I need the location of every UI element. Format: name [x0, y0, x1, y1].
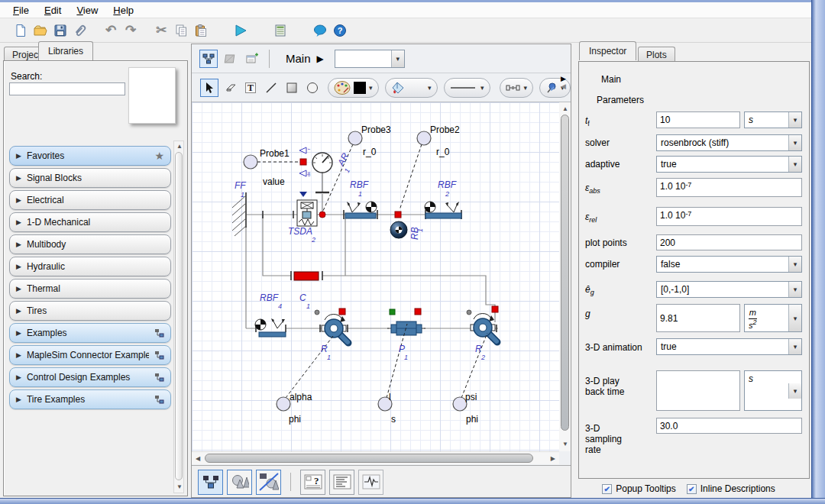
comment-button[interactable] — [310, 21, 330, 40]
tab-inspector[interactable]: Inspector — [579, 41, 636, 60]
copy-button[interactable] — [171, 21, 191, 40]
expander-icon[interactable]: ▶ — [16, 152, 21, 160]
param-sampling-input[interactable] — [656, 418, 802, 434]
library-item-electrical[interactable]: ▶Electrical — [9, 190, 171, 210]
pen-color-control[interactable]: ▾ — [328, 78, 379, 98]
param-eg-select[interactable]: [0,-1,0]▾ — [656, 281, 802, 298]
cut-button[interactable]: ✂ — [151, 21, 171, 40]
canvas-hscrollbar-thumb[interactable] — [205, 454, 533, 463]
component-rbf2[interactable] — [425, 202, 461, 218]
param-eps-abs-input[interactable]: 1.0 10-7 — [656, 178, 802, 197]
expander-icon[interactable]: ▶ — [16, 196, 21, 204]
overflow-right-icon[interactable]: ▶ — [561, 75, 566, 82]
save-button[interactable] — [50, 21, 70, 40]
breadcrumb[interactable]: Main — [286, 52, 311, 65]
param-tf-input[interactable] — [656, 111, 740, 128]
fill-color-control[interactable]: ▾ — [385, 78, 438, 98]
new-document-button[interactable] — [11, 21, 31, 40]
param-adaptive-select[interactable]: true▾ — [656, 156, 802, 173]
help-button[interactable]: ? — [330, 21, 350, 40]
scroll-right-icon[interactable]: ▶ — [551, 456, 555, 462]
library-item-examples[interactable]: ▶Examples — [9, 323, 171, 343]
param-plot-points-input[interactable] — [656, 234, 802, 250]
3d-view-mode-button[interactable] — [227, 470, 252, 495]
expander-icon[interactable]: ▶ — [16, 329, 21, 337]
library-item-hydraulic[interactable]: ▶Hydraulic — [9, 257, 171, 276]
menu-help[interactable]: Help — [106, 3, 141, 18]
expander-icon[interactable]: ▶ — [16, 218, 21, 226]
overflow-left-icon[interactable]: ◀ — [561, 82, 566, 90]
component-view-button[interactable] — [221, 50, 239, 68]
tab-plots[interactable]: Plots — [638, 47, 675, 63]
param-3d-animation-select[interactable]: true▾ — [656, 338, 802, 355]
probe1-node[interactable] — [244, 155, 257, 169]
expander-icon[interactable]: ▶ — [16, 307, 21, 315]
probe-alpha-node[interactable] — [277, 397, 290, 411]
library-scrollbar[interactable]: ▲ ▼ — [173, 141, 184, 493]
undo-button[interactable]: ↶ — [101, 21, 121, 40]
connection-dot[interactable] — [319, 212, 325, 218]
expander-icon[interactable]: ▶ — [16, 396, 21, 403]
signal-manager-button[interactable] — [358, 470, 383, 495]
scroll-left-icon[interactable]: ◀ — [196, 456, 200, 462]
param-g-input[interactable] — [656, 304, 740, 332]
show-results-button[interactable] — [270, 21, 290, 40]
diagram-view-mode-button[interactable] — [198, 470, 223, 495]
component-p1[interactable] — [387, 321, 425, 335]
component-rbf4[interactable] — [255, 318, 286, 337]
param-compiler-select[interactable]: false▾ — [656, 256, 802, 273]
expander-icon[interactable]: ▶ — [16, 241, 21, 248]
component-rbf1[interactable] — [345, 202, 377, 218]
popup-tooltips-checkbox[interactable]: ✔ — [602, 484, 612, 494]
line-tool[interactable] — [262, 79, 280, 97]
component-c1[interactable] — [294, 272, 319, 280]
run-simulation-button[interactable] — [231, 21, 251, 40]
expander-icon[interactable]: ▶ — [16, 285, 21, 292]
component-r2[interactable] — [471, 314, 497, 342]
annotations-button[interactable] — [329, 470, 354, 495]
component-r1[interactable] — [322, 315, 348, 343]
scroll-down-icon[interactable]: ▼ — [176, 484, 183, 490]
scroll-up-icon[interactable]: ▲ — [176, 144, 183, 150]
library-item-1d-mechanical[interactable]: ▶1-D Mechanical — [9, 212, 171, 232]
scroll-up-icon[interactable]: ▲ — [562, 106, 568, 112]
menu-view[interactable]: View — [70, 3, 105, 18]
redo-button[interactable]: ↷ — [121, 21, 141, 40]
search-input[interactable] — [9, 82, 125, 95]
param-playback-unit-select[interactable]: s▾ — [744, 370, 802, 411]
library-item-signal-blocks[interactable]: ▶Signal Blocks — [9, 168, 171, 188]
text-tool[interactable]: T — [241, 79, 260, 97]
canvas-vscrollbar-thumb[interactable] — [561, 115, 569, 431]
probe3-node[interactable] — [348, 131, 362, 145]
menu-edit[interactable]: Edit — [37, 3, 68, 18]
probe-port-square[interactable] — [300, 159, 306, 165]
probe2-node[interactable] — [417, 131, 431, 145]
add-subsystem-button[interactable] — [242, 50, 260, 68]
diagram-canvas[interactable]: r dw — [192, 102, 559, 451]
tab-libraries[interactable]: Libraries — [38, 41, 93, 60]
model-description-button[interactable]: ? — [300, 470, 325, 495]
toolbar-overflow[interactable]: ▶ ◀ — [561, 75, 566, 90]
select-tool[interactable] — [200, 79, 218, 97]
library-scrollbar-thumb[interactable] — [175, 152, 183, 480]
expander-icon[interactable]: ▶ — [16, 263, 21, 270]
param-tf-unit-select[interactable]: s▾ — [744, 111, 802, 128]
menu-file[interactable]: File — [6, 3, 36, 18]
canvas-hscrollbar[interactable]: ◀ ▶ — [192, 451, 559, 464]
line-style-control[interactable]: ▾ — [444, 78, 490, 98]
library-item-tires[interactable]: ▶Tires — [9, 301, 171, 321]
component-tsda2[interactable] — [297, 192, 317, 226]
subsystem-select[interactable]: ▾ — [335, 50, 405, 68]
connection-square[interactable] — [395, 212, 401, 218]
rectangle-tool[interactable] — [283, 79, 301, 97]
3d-view-disabled-button[interactable] — [256, 470, 281, 495]
inline-descriptions-checkbox[interactable]: ✔ — [687, 484, 697, 494]
eraser-tool[interactable] — [221, 79, 239, 97]
paste-button[interactable] — [191, 21, 211, 40]
open-file-button[interactable] — [31, 21, 50, 40]
library-item-control-design-examples[interactable]: ▶Control Design Examples — [9, 367, 171, 387]
canvas-vscrollbar[interactable]: ▲ ▼ — [559, 102, 571, 451]
library-item-tire-examples[interactable]: ▶Tire Examples — [9, 389, 171, 409]
param-solver-select[interactable]: rosenbrock (stiff)▾ — [656, 134, 802, 151]
component-rb1[interactable] — [390, 221, 407, 238]
